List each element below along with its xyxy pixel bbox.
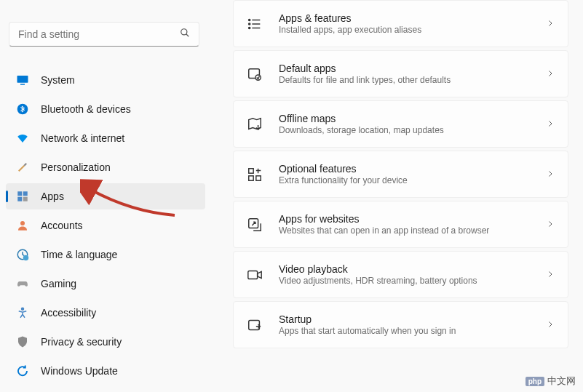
card-subtitle: Websites that can open in an app instead… xyxy=(279,225,530,236)
card-title: Video playback xyxy=(279,263,530,275)
watermark: php 中文网 xyxy=(526,375,576,388)
card-text: Optional features Extra functionality fo… xyxy=(279,163,530,185)
sidebar-item-label: Accessibility xyxy=(41,307,96,319)
chevron-right-icon xyxy=(546,119,555,130)
card-startup[interactable]: Startup Apps that start automatically wh… xyxy=(233,301,568,348)
card-offline-maps[interactable]: Offline maps Downloads, storage location… xyxy=(233,100,568,148)
svg-rect-25 xyxy=(248,271,258,279)
svg-point-15 xyxy=(249,23,250,24)
sidebar-item-label: Gaming xyxy=(41,278,76,289)
sidebar-item-accounts[interactable]: Accounts xyxy=(6,212,205,239)
svg-rect-22 xyxy=(249,175,253,180)
paintbrush-icon xyxy=(16,161,29,174)
svg-point-4 xyxy=(17,104,28,115)
chevron-right-icon xyxy=(546,319,555,331)
search-box[interactable] xyxy=(9,22,199,47)
sidebar-item-label: Accounts xyxy=(41,220,83,231)
svg-point-9 xyxy=(20,221,25,225)
card-title: Optional features xyxy=(279,163,530,175)
sidebar: System Bluetooth & devices Network & int… xyxy=(0,0,211,392)
svg-rect-6 xyxy=(23,191,28,196)
sidebar-item-personalization[interactable]: Personalization xyxy=(6,154,205,180)
card-subtitle: Defaults for file and link types, other … xyxy=(279,75,530,85)
sidebar-item-update[interactable]: Windows Update xyxy=(6,358,205,384)
card-subtitle: Video adjustments, HDR streaming, batter… xyxy=(279,276,530,286)
svg-point-12 xyxy=(22,308,24,310)
sidebar-item-bluetooth[interactable]: Bluetooth & devices xyxy=(6,96,205,122)
accessibility-icon xyxy=(16,306,29,319)
svg-rect-8 xyxy=(23,197,28,201)
search-input[interactable] xyxy=(18,28,180,40)
bluetooth-icon xyxy=(16,103,29,116)
gamepad-icon xyxy=(16,277,29,290)
sidebar-item-label: Privacy & security xyxy=(41,336,122,348)
card-text: Startup Apps that start automatically wh… xyxy=(279,313,530,336)
card-title: Apps & features xyxy=(279,12,530,24)
card-text: Apps for websites Websites that can open… xyxy=(279,213,530,236)
svg-rect-2 xyxy=(17,76,28,83)
card-subtitle: Installed apps, app execution aliases xyxy=(279,25,530,35)
card-apps-for-websites[interactable]: Apps for websites Websites that can open… xyxy=(233,201,568,248)
card-subtitle: Downloads, storage location, map updates xyxy=(279,125,530,135)
svg-line-1 xyxy=(186,34,189,37)
sidebar-item-gaming[interactable]: Gaming xyxy=(6,271,205,297)
person-icon xyxy=(16,219,29,232)
card-subtitle: Extra functionality for your device xyxy=(279,175,530,185)
optional-features-icon xyxy=(247,167,263,183)
card-text: Default apps Defaults for file and link … xyxy=(279,63,530,85)
sidebar-item-label: Bluetooth & devices xyxy=(41,103,131,115)
shield-icon xyxy=(16,335,29,348)
sidebar-item-label: Apps xyxy=(41,191,64,202)
svg-rect-3 xyxy=(20,84,25,85)
map-download-icon xyxy=(247,116,263,132)
update-icon xyxy=(16,364,29,377)
sidebar-item-label: Time & language xyxy=(41,249,117,260)
svg-rect-21 xyxy=(249,168,253,172)
sidebar-item-time[interactable]: Time & language xyxy=(6,241,205,268)
card-title: Startup xyxy=(279,313,530,325)
svg-point-17 xyxy=(249,27,250,28)
card-subtitle: Apps that start automatically when you s… xyxy=(279,326,530,336)
list-icon xyxy=(247,16,263,32)
card-text: Apps & features Installed apps, app exec… xyxy=(279,12,530,35)
card-text: Video playback Video adjustments, HDR st… xyxy=(279,263,530,286)
svg-point-13 xyxy=(249,19,250,20)
content-panel: Apps & features Installed apps, app exec… xyxy=(211,0,583,392)
sidebar-item-accessibility[interactable]: Accessibility xyxy=(6,300,205,326)
wifi-icon xyxy=(16,132,29,145)
chevron-right-icon xyxy=(546,219,555,231)
sidebar-item-system[interactable]: System xyxy=(6,67,205,93)
clock-globe-icon xyxy=(16,248,29,261)
startup-icon xyxy=(247,317,263,333)
watermark-text: 中文网 xyxy=(547,375,576,388)
sidebar-item-privacy[interactable]: Privacy & security xyxy=(6,329,205,355)
svg-point-0 xyxy=(181,29,187,35)
sidebar-item-apps[interactable]: Apps xyxy=(6,183,205,209)
video-icon xyxy=(247,267,263,283)
card-optional-features[interactable]: Optional features Extra functionality fo… xyxy=(233,151,568,198)
chevron-right-icon xyxy=(546,18,555,30)
card-apps-features[interactable]: Apps & features Installed apps, app exec… xyxy=(233,0,568,47)
chevron-right-icon xyxy=(546,68,555,80)
apps-websites-icon xyxy=(247,217,263,233)
sidebar-item-network[interactable]: Network & internet xyxy=(6,125,205,151)
sidebar-item-label: System xyxy=(41,74,75,86)
sidebar-item-label: Personalization xyxy=(41,161,111,173)
svg-rect-5 xyxy=(17,191,22,196)
svg-rect-26 xyxy=(249,320,260,329)
card-default-apps[interactable]: Default apps Defaults for file and link … xyxy=(233,50,568,97)
card-video-playback[interactable]: Video playback Video adjustments, HDR st… xyxy=(233,251,568,298)
watermark-badge: php xyxy=(526,377,544,386)
card-title: Default apps xyxy=(279,63,530,74)
card-title: Apps for websites xyxy=(279,213,530,225)
card-text: Offline maps Downloads, storage location… xyxy=(279,113,530,135)
nav-list: System Bluetooth & devices Network & int… xyxy=(6,67,205,384)
sidebar-item-label: Network & internet xyxy=(41,132,124,144)
default-apps-icon xyxy=(247,66,263,82)
sidebar-item-label: Windows Update xyxy=(41,365,118,377)
svg-point-11 xyxy=(23,255,29,261)
search-icon xyxy=(180,28,190,41)
svg-rect-23 xyxy=(256,175,261,180)
apps-icon xyxy=(16,190,29,203)
card-title: Offline maps xyxy=(279,113,530,124)
